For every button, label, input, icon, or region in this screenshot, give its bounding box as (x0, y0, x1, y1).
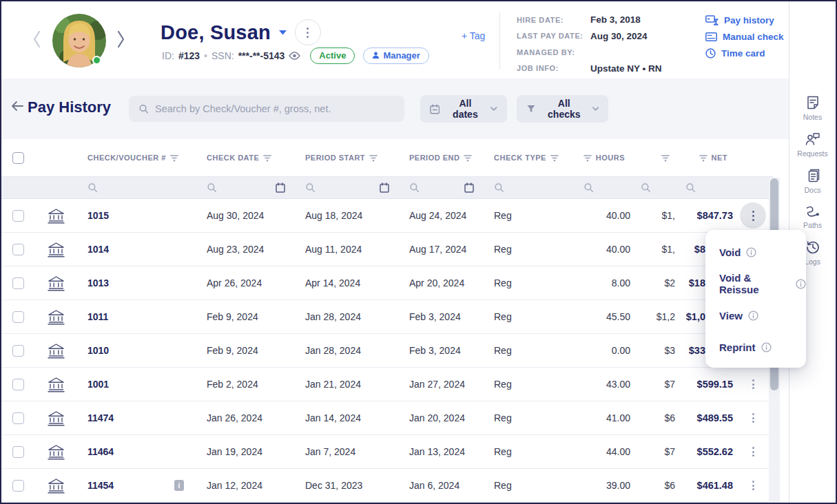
menu-item-void[interactable]: Void (705, 236, 806, 268)
previous-employee-button[interactable] (32, 29, 42, 52)
column-header-gross[interactable] (630, 154, 675, 162)
sort-filter-icon[interactable] (550, 154, 559, 162)
role-badge[interactable]: Manager (363, 48, 428, 64)
quick-link-time-card[interactable]: Time card (705, 45, 784, 61)
menu-item-view[interactable]: View (705, 300, 806, 331)
table-row: 1013Apr 26, 2024Apr 14, 2024Apr 20, 2024… (1, 266, 773, 300)
sort-filter-icon[interactable] (661, 154, 670, 162)
filter-cell-hours[interactable] (573, 177, 630, 198)
header-divider (499, 12, 500, 70)
search-box[interactable] (129, 96, 404, 122)
bank-cell (37, 377, 77, 392)
row-checkbox[interactable] (12, 277, 24, 289)
row-select-cell (1, 210, 37, 222)
filter-cell-period_start[interactable] (295, 177, 399, 198)
sidebar-item-requests[interactable]: Requests (797, 132, 827, 158)
gross-cell-clipped: $7 (630, 446, 675, 457)
column-header-voucher[interactable]: CHECK/VOUCHER # (77, 154, 196, 162)
sidebar-item-logs[interactable]: Logs (805, 240, 820, 266)
chevron-right-icon (116, 29, 126, 50)
sort-filter-icon[interactable] (263, 154, 271, 162)
row-checkbox[interactable] (12, 412, 24, 424)
detail-value: Aug 30, 2024 (590, 31, 648, 41)
filter-cell-net[interactable] (675, 177, 733, 198)
calendar-picker[interactable] (380, 182, 389, 193)
check-date-cell: Jan 26, 2024 (196, 412, 295, 423)
ssn-reveal-eye-icon[interactable] (289, 52, 300, 60)
column-header-period_start[interactable]: PERIOD START (295, 154, 399, 162)
row-kebab-menu-button[interactable] (748, 375, 758, 393)
net-cell: $847.73 (675, 210, 733, 221)
net-cell: $461.48 (675, 480, 733, 491)
sidebar-item-docs[interactable]: Docs (805, 168, 821, 194)
filter-cell-check_date[interactable] (196, 177, 295, 198)
check-type-cell: Reg (484, 311, 573, 322)
row-select-cell (1, 277, 37, 289)
sort-filter-icon[interactable] (369, 154, 378, 162)
filter-cell-voucher[interactable] (77, 177, 196, 198)
calendar-picker[interactable] (276, 182, 285, 193)
filter-cell-period_end[interactable] (399, 177, 484, 198)
row-checkbox[interactable] (12, 244, 24, 255)
add-tag-link[interactable]: + Tag (462, 30, 485, 41)
info-circle-icon[interactable] (796, 279, 806, 289)
sort-filter-icon[interactable] (464, 154, 472, 162)
info-circle-icon[interactable] (748, 311, 758, 321)
sidebar-item-paths[interactable]: Paths (803, 204, 822, 229)
bank-icon (47, 242, 65, 258)
column-header-period_end[interactable]: PERIOD END (399, 154, 484, 162)
calendar-picker[interactable] (464, 182, 474, 193)
sidebar-item-notes[interactable]: Notes (803, 95, 822, 121)
info-badge-icon[interactable]: i (174, 480, 184, 491)
date-filter-button[interactable]: All dates (420, 95, 507, 123)
bank-icon (47, 309, 65, 325)
row-kebab-menu-button[interactable] (748, 409, 758, 427)
gross-cell-clipped: $3 (630, 345, 675, 356)
profile-more-actions-button[interactable] (295, 19, 321, 45)
column-header-check_date[interactable]: CHECK DATE (196, 154, 295, 162)
profile-header: Doe, Susan ID: #123 • SSN: ***-**-5143 A… (1, 1, 789, 78)
detail-label: JOB INFO: (517, 64, 590, 72)
name-dropdown-caret-icon[interactable] (279, 30, 287, 35)
period-end-cell: Jan 20, 2024 (399, 412, 484, 423)
quick-link-pay-history[interactable]: Pay history (705, 12, 784, 28)
sidebar-item-label: Paths (803, 221, 822, 229)
info-circle-icon[interactable] (746, 247, 756, 258)
select-all-checkbox[interactable] (12, 152, 24, 164)
sort-filter-icon[interactable] (170, 154, 178, 162)
next-employee-button[interactable] (116, 29, 126, 52)
row-checkbox[interactable] (12, 345, 24, 357)
info-circle-icon[interactable] (761, 342, 772, 353)
column-header-check_type[interactable]: CHECK TYPE (484, 154, 573, 162)
row-checkbox[interactable] (12, 446, 24, 458)
column-label: CHECK DATE (207, 154, 259, 162)
row-checkbox[interactable] (12, 379, 24, 390)
sort-filter-icon[interactable] (583, 154, 592, 162)
check-type-cell: Reg (484, 277, 573, 288)
filter-cell-gross[interactable] (630, 177, 675, 198)
column-header-net[interactable]: NET (675, 154, 733, 162)
menu-item-reprint[interactable]: Reprint (705, 331, 806, 363)
bank-icon (47, 410, 65, 426)
quick-link-manual-check[interactable]: Manual check (705, 28, 784, 45)
person-icon (372, 52, 380, 59)
menu-item-label: Void & Reissue (719, 272, 790, 295)
row-kebab-menu-button[interactable] (748, 476, 758, 494)
sort-filter-icon[interactable] (699, 154, 707, 162)
row-checkbox[interactable] (12, 210, 24, 222)
table-row: 11474Jan 26, 2024Jan 14, 2024Jan 20, 202… (1, 401, 773, 435)
filter-cell-check_type[interactable] (484, 177, 573, 198)
table-row: 11464Jan 19, 2024Jan 7, 2024Jan 13, 2024… (1, 435, 773, 469)
check-type-filter-button[interactable]: All checks (517, 95, 608, 123)
row-kebab-menu-button[interactable] (740, 202, 766, 229)
column-header-hours[interactable]: HOURS (573, 154, 630, 162)
menu-item-void-reissue[interactable]: Void & Reissue (705, 268, 806, 300)
bank-icon (47, 444, 65, 460)
row-select-cell (1, 379, 37, 390)
back-button[interactable] (11, 101, 23, 114)
row-kebab-menu-button[interactable] (748, 443, 758, 461)
row-checkbox[interactable] (12, 480, 24, 492)
row-checkbox[interactable] (12, 311, 24, 323)
employee-avatar[interactable] (52, 14, 106, 67)
search-input[interactable] (155, 103, 395, 114)
